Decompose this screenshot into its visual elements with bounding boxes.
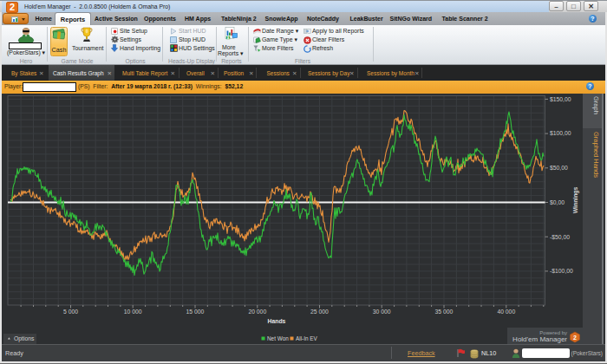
svg-text:30 000: 30 000: [373, 309, 391, 315]
svg-text:Hands: Hands: [268, 318, 286, 324]
svg-text:Options: Options: [14, 335, 35, 342]
svg-text:$100,00: $100,00: [550, 130, 571, 136]
svg-text:35 000: 35 000: [435, 309, 454, 315]
svg-text:5 000: 5 000: [63, 309, 78, 315]
svg-text:20 000: 20 000: [248, 309, 266, 315]
svg-text:40 000: 40 000: [497, 309, 515, 315]
svg-text:-$50,00: -$50,00: [550, 234, 570, 240]
svg-text:All-In EV: All-In EV: [296, 335, 318, 341]
svg-text:25 000: 25 000: [310, 309, 329, 315]
svg-text:$50,00: $50,00: [550, 165, 568, 171]
svg-text:Net Won: Net Won: [267, 335, 289, 341]
svg-text:Winnings: Winnings: [572, 187, 579, 214]
svg-text:$150,00: $150,00: [550, 96, 571, 102]
svg-text:10 000: 10 000: [124, 309, 142, 315]
svg-text:2: 2: [573, 335, 577, 341]
svg-text:$0,00: $0,00: [550, 199, 565, 205]
svg-text:-$100,00: -$100,00: [550, 268, 573, 274]
svg-text:A: A: [227, 36, 230, 40]
svg-text:15 000: 15 000: [186, 309, 205, 315]
svg-text:Hold'em Manager: Hold'em Manager: [512, 335, 567, 343]
